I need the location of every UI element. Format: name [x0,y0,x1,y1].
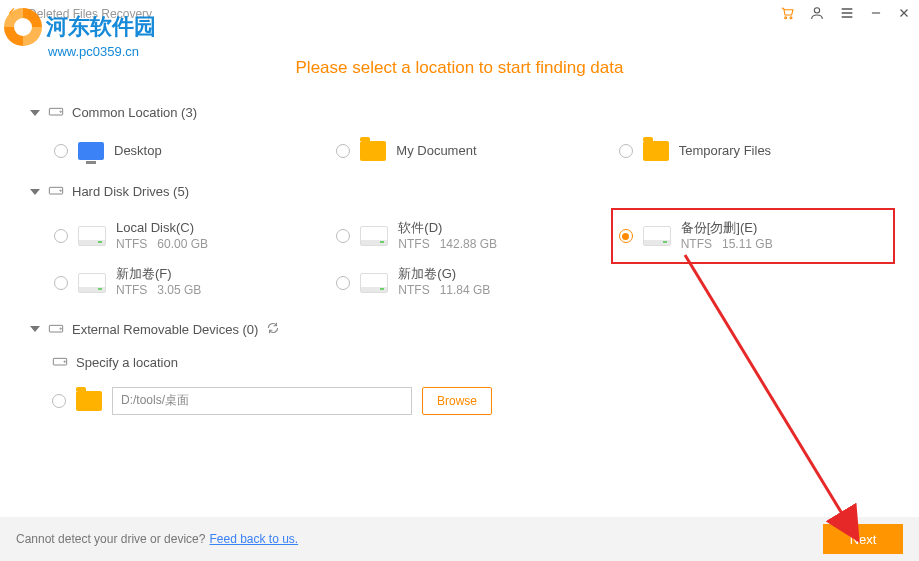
disk-icon [78,226,106,246]
item-label: 软件(D) [398,220,497,237]
back-icon[interactable] [8,6,22,23]
drive-icon [48,104,64,121]
window-title: Deleted Files Recovery [28,7,152,21]
caret-down-icon [30,326,40,332]
location-desktop[interactable]: Desktop [52,137,324,165]
item-subtext: NTFS15.11 GB [681,237,773,253]
item-label: Local Disk(C) [116,220,208,237]
drive-volume-g[interactable]: 新加卷(G) NTFS11.84 GB [334,262,606,302]
section-label: Specify a location [76,355,178,370]
watermark-url: www.pc0359.cn [48,44,156,59]
footer-text: Cannot detect your drive or device? [16,532,205,546]
item-subtext: NTFS60.00 GB [116,237,208,253]
item-subtext: NTFS142.88 GB [398,237,497,253]
cart-icon[interactable] [779,5,795,24]
disk-icon [360,273,388,293]
item-subtext: NTFS3.05 GB [116,283,201,299]
main-content: Common Location (3) Desktop My Document … [0,96,919,415]
user-icon[interactable] [809,5,825,24]
menu-icon[interactable] [839,5,855,24]
drive-icon [48,321,64,338]
item-label: Desktop [114,143,162,160]
folder-icon [643,141,669,161]
drive-volume-f[interactable]: 新加卷(F) NTFS3.05 GB [52,262,324,302]
refresh-icon[interactable] [266,321,280,338]
svg-point-8 [60,328,61,329]
location-temp-files[interactable]: Temporary Files [617,137,889,165]
next-button[interactable]: Next [823,524,903,554]
section-label: External Removable Devices (0) [72,322,258,337]
section-common-location[interactable]: Common Location (3) [30,96,889,129]
item-label: 新加卷(G) [398,266,490,283]
minimize-icon[interactable] [869,6,883,23]
svg-rect-7 [49,325,62,332]
item-label: Temporary Files [679,143,771,160]
drive-icon [52,354,68,371]
radio-button[interactable] [619,144,633,158]
svg-point-1 [790,16,792,18]
browse-button[interactable]: Browse [422,387,492,415]
section-label: Common Location (3) [72,105,197,120]
item-subtext: NTFS11.84 GB [398,283,490,299]
item-label: 备份[勿删](E) [681,220,773,237]
item-label: My Document [396,143,476,160]
svg-point-2 [814,7,819,12]
section-hard-disk-drives[interactable]: Hard Disk Drives (5) [30,175,889,208]
disk-icon [643,226,671,246]
monitor-icon [78,142,104,160]
drive-software-d[interactable]: 软件(D) NTFS142.88 GB [334,216,606,256]
radio-button[interactable] [54,276,68,290]
caret-down-icon [30,189,40,195]
folder-icon [76,391,102,411]
titlebar: Deleted Files Recovery [0,0,919,28]
radio-button[interactable] [54,144,68,158]
drive-icon [48,183,64,200]
page-headline: Please select a location to start findin… [0,58,919,78]
radio-button[interactable] [52,394,66,408]
disk-icon [360,226,388,246]
svg-rect-3 [49,108,62,115]
svg-point-6 [60,190,61,191]
path-input[interactable] [112,387,412,415]
svg-point-0 [785,16,787,18]
location-my-document[interactable]: My Document [334,137,606,165]
radio-button[interactable] [336,144,350,158]
radio-button[interactable] [619,229,633,243]
svg-rect-5 [49,187,62,194]
section-specify-location: Specify a location [30,346,889,379]
svg-point-4 [60,111,61,112]
feedback-link[interactable]: Feed back to us. [209,532,298,546]
radio-button[interactable] [336,229,350,243]
drive-backup-e[interactable]: 备份[勿删](E) NTFS15.11 GB [611,208,895,264]
close-icon[interactable] [897,6,911,23]
svg-point-10 [64,361,65,362]
footer-bar: Cannot detect your drive or device? Feed… [0,517,919,561]
item-label: 新加卷(F) [116,266,201,283]
section-external-devices[interactable]: External Removable Devices (0) [30,313,889,346]
disk-icon [78,273,106,293]
section-label: Hard Disk Drives (5) [72,184,189,199]
caret-down-icon [30,110,40,116]
radio-button[interactable] [336,276,350,290]
svg-rect-9 [53,358,66,365]
radio-button[interactable] [54,229,68,243]
drive-local-disk-c[interactable]: Local Disk(C) NTFS60.00 GB [52,216,324,256]
folder-icon [360,141,386,161]
